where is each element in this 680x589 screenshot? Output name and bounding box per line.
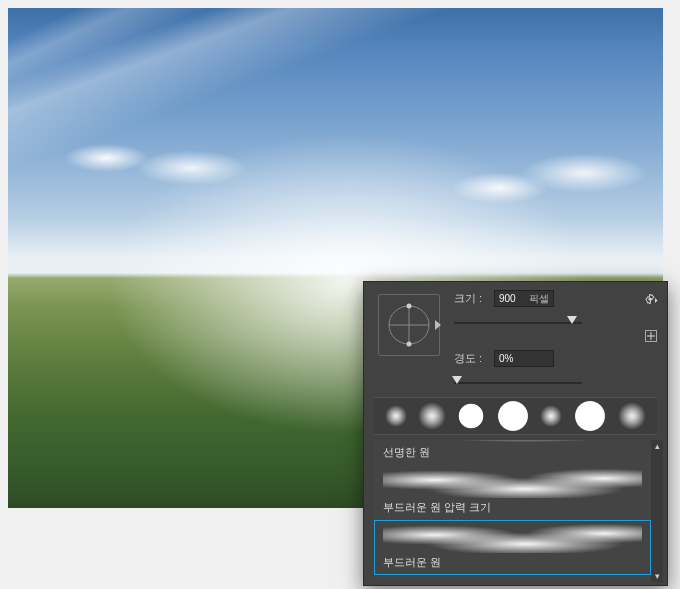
brush-tip-section: 크기 : 900 픽셀 경도 : 0% bbox=[364, 282, 667, 387]
brush-list-scrollbar[interactable]: ▴ ▾ bbox=[651, 440, 663, 582]
preset-dot[interactable] bbox=[457, 402, 485, 430]
size-slider-thumb[interactable] bbox=[567, 316, 577, 324]
size-slider[interactable] bbox=[454, 316, 582, 330]
preset-dot[interactable] bbox=[540, 405, 562, 427]
brush-list: 선명한 원부드러운 원 압력 크기부드러운 원 ▴ ▾ bbox=[374, 440, 663, 582]
size-label: 크기 : bbox=[454, 291, 488, 306]
tip-flyout-arrow-icon[interactable] bbox=[435, 320, 441, 330]
hardness-slider-track bbox=[454, 382, 582, 384]
preset-dot[interactable] bbox=[573, 399, 607, 433]
brush-preset-item[interactable]: 부드러운 원 bbox=[374, 520, 651, 575]
brush-settings-panel: 크기 : 900 픽셀 경도 : 0% 선명한 원부드러 bbox=[363, 281, 668, 586]
new-preset-icon[interactable] bbox=[645, 330, 657, 342]
brush-preset-item[interactable]: 부드러운 원 압력 크기 bbox=[374, 465, 651, 520]
preset-dot[interactable] bbox=[418, 402, 446, 430]
brush-preset-label: 부드러운 원 bbox=[377, 553, 648, 572]
size-slider-track bbox=[454, 322, 582, 324]
brush-stroke-preview bbox=[383, 468, 642, 498]
brush-stroke-preview bbox=[383, 523, 642, 553]
preset-dot[interactable] bbox=[496, 399, 530, 433]
brush-preset-label: 부드러운 원 압력 크기 bbox=[377, 498, 648, 517]
hardness-control: 경도 : 0% bbox=[454, 350, 554, 367]
size-input[interactable]: 900 픽셀 bbox=[494, 290, 554, 307]
hardness-slider[interactable] bbox=[454, 376, 582, 390]
brush-tip-preview[interactable] bbox=[378, 294, 440, 356]
size-control: 크기 : 900 픽셀 bbox=[454, 290, 554, 307]
brush-preset-item[interactable]: 선명한 원 bbox=[374, 440, 651, 465]
brush-preset-dots bbox=[374, 397, 657, 435]
preset-dot[interactable] bbox=[385, 405, 407, 427]
preset-dot[interactable] bbox=[618, 402, 646, 430]
hardness-slider-thumb[interactable] bbox=[452, 376, 462, 384]
svg-point-3 bbox=[407, 304, 412, 309]
size-value: 900 bbox=[499, 293, 527, 304]
gear-icon[interactable] bbox=[644, 292, 658, 306]
scroll-up-icon[interactable]: ▴ bbox=[651, 440, 663, 452]
scroll-down-icon[interactable]: ▾ bbox=[651, 570, 663, 582]
size-unit: 픽셀 bbox=[529, 292, 549, 306]
svg-point-4 bbox=[407, 342, 412, 347]
hardness-input[interactable]: 0% bbox=[494, 350, 554, 367]
hardness-label: 경도 : bbox=[454, 351, 488, 366]
hardness-value: 0% bbox=[499, 353, 549, 364]
brush-preset-label: 선명한 원 bbox=[377, 443, 648, 462]
